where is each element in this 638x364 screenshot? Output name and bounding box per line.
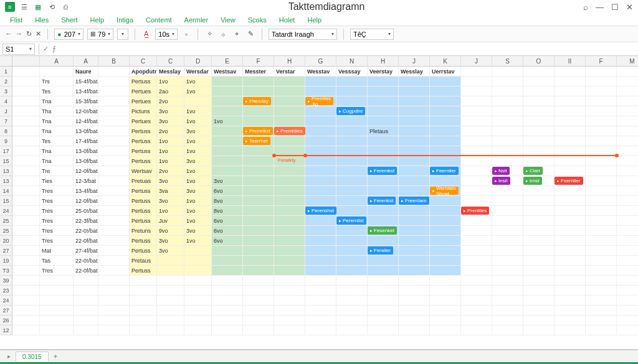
font-size-combo[interactable]: 10s▾ [155, 29, 178, 40]
cell[interactable] [399, 176, 430, 186]
cell[interactable] [336, 196, 368, 206]
cell[interactable]: Juv [157, 216, 184, 226]
menu-holet[interactable]: Holet [274, 15, 300, 25]
cell[interactable] [492, 126, 523, 136]
cell[interactable] [555, 196, 586, 206]
cell[interactable] [586, 176, 617, 186]
cell[interactable] [243, 315, 274, 325]
col-header[interactable]: H [368, 56, 399, 67]
cell[interactable] [399, 266, 430, 276]
cell[interactable] [617, 226, 638, 236]
qat-print-icon[interactable]: ⎙ [61, 2, 70, 11]
cell[interactable] [336, 246, 368, 256]
cell[interactable] [523, 196, 555, 206]
nav-stop-icon[interactable]: ✕ [36, 30, 41, 38]
cell[interactable] [617, 325, 638, 335]
cell[interactable] [98, 176, 130, 186]
cell[interactable] [98, 67, 130, 77]
cell[interactable] [617, 286, 638, 296]
cell[interactable]: Pertuss [130, 186, 157, 196]
cell[interactable] [461, 166, 492, 176]
cell[interactable] [98, 246, 130, 256]
row-header[interactable]: 23 [0, 286, 12, 296]
cell[interactable] [336, 216, 368, 226]
col-header[interactable]: J [399, 56, 430, 67]
cell[interactable] [492, 226, 523, 236]
cell[interactable]: 17-4f/bat [74, 136, 98, 146]
cell[interactable] [274, 226, 305, 236]
col-header[interactable]: E [212, 56, 243, 67]
cell[interactable] [98, 266, 130, 276]
cell[interactable] [461, 216, 492, 226]
cell[interactable] [274, 296, 305, 306]
row-header[interactable]: T3 [0, 266, 12, 276]
cell[interactable] [399, 256, 430, 266]
cell[interactable] [430, 315, 461, 325]
cell[interactable] [130, 325, 157, 335]
cell[interactable] [243, 306, 274, 315]
cell[interactable] [617, 96, 638, 106]
cell[interactable]: Naure [74, 67, 98, 77]
cell[interactable]: 3vo [184, 226, 212, 236]
cell[interactable] [212, 136, 243, 146]
cell[interactable] [212, 126, 243, 136]
cell[interactable]: 6vo [212, 216, 243, 226]
cell[interactable] [430, 77, 461, 86]
col-header[interactable]: H [274, 56, 305, 67]
cell[interactable] [336, 156, 368, 166]
cell[interactable] [212, 296, 243, 306]
tab-nav-icon[interactable]: ▸ [5, 353, 13, 360]
cell[interactable] [461, 286, 492, 296]
cell[interactable] [40, 315, 74, 325]
cell[interactable] [274, 186, 305, 196]
cell[interactable] [523, 106, 555, 116]
cell[interactable] [555, 306, 586, 315]
cell[interactable] [40, 286, 74, 296]
cell[interactable] [274, 116, 305, 126]
cell[interactable] [274, 325, 305, 335]
cell[interactable] [399, 286, 430, 296]
cell[interactable] [523, 266, 555, 276]
cell[interactable]: 1vo [157, 156, 184, 166]
cell[interactable] [98, 146, 130, 156]
cell[interactable] [523, 146, 555, 156]
cell[interactable] [184, 256, 212, 266]
cell[interactable] [617, 246, 638, 256]
col-header[interactable]: F [243, 56, 274, 67]
row-header[interactable]: 9 [0, 136, 12, 146]
cell[interactable] [555, 206, 586, 216]
cell[interactable]: 22-0!/bat [74, 226, 98, 236]
qat-save-icon[interactable]: ▦ [34, 2, 42, 11]
cell[interactable] [98, 77, 130, 86]
cell[interactable]: Wesslay [399, 67, 430, 77]
cell[interactable] [305, 256, 336, 266]
cell[interactable] [368, 166, 399, 176]
cell[interactable] [586, 186, 617, 196]
cell[interactable] [305, 246, 336, 256]
cell[interactable]: Pretaus [130, 256, 157, 266]
cell[interactable] [399, 186, 430, 196]
cell[interactable] [98, 96, 130, 106]
formula-input[interactable] [61, 44, 638, 55]
menu-flist[interactable]: Flist [5, 15, 27, 25]
cell[interactable] [461, 86, 492, 96]
cell[interactable] [555, 166, 586, 176]
cell[interactable] [130, 315, 157, 325]
cell[interactable] [492, 146, 523, 156]
cell[interactable] [274, 216, 305, 226]
cell[interactable] [305, 296, 336, 306]
cell[interactable] [305, 156, 336, 166]
row-header[interactable]: 4 [0, 96, 12, 106]
cell[interactable] [399, 86, 430, 96]
cell[interactable] [130, 306, 157, 315]
cell[interactable] [274, 276, 305, 286]
cell[interactable] [243, 126, 274, 136]
cell[interactable]: Pretuas [130, 176, 157, 186]
cell[interactable] [461, 96, 492, 106]
cell[interactable] [368, 216, 399, 226]
cell[interactable] [492, 116, 523, 126]
tool-c-icon[interactable]: ⌖ [232, 29, 242, 39]
cell[interactable] [399, 325, 430, 335]
cell[interactable] [305, 86, 336, 96]
cell[interactable] [430, 116, 461, 126]
